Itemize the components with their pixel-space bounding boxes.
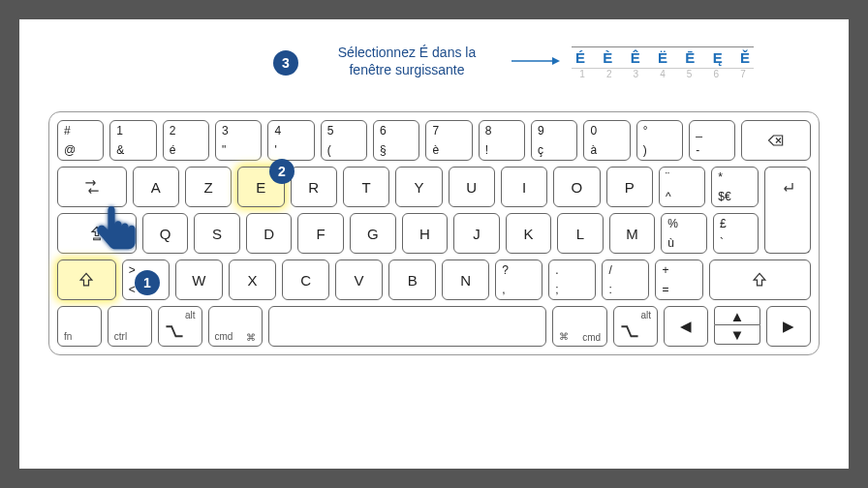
key-r[interactable]: R bbox=[291, 167, 337, 207]
key-num-0[interactable]: #@ bbox=[57, 120, 104, 161]
key-r4-sym-2[interactable]: /: bbox=[602, 259, 649, 300]
key-s[interactable]: S bbox=[194, 213, 240, 254]
popup-number: 1 bbox=[575, 69, 589, 79]
key-o[interactable]: O bbox=[553, 167, 600, 207]
key-num-7[interactable]: 7è bbox=[425, 120, 472, 161]
key-r2-sym-1[interactable]: *$€ bbox=[711, 167, 758, 207]
key-alt-right[interactable]: alt bbox=[613, 306, 658, 347]
hand-cursor-icon bbox=[91, 201, 145, 269]
key-n[interactable]: N bbox=[442, 259, 489, 300]
key-num-12[interactable]: _- bbox=[689, 120, 735, 161]
key-x[interactable]: X bbox=[229, 259, 276, 300]
key-t[interactable]: T bbox=[343, 167, 389, 207]
key-num-6[interactable]: 6§ bbox=[373, 120, 419, 161]
key-y[interactable]: Y bbox=[395, 167, 442, 207]
key-p[interactable]: P bbox=[606, 167, 653, 207]
key-i[interactable]: I bbox=[501, 167, 547, 207]
key-arrow-up[interactable]: ▲ bbox=[714, 306, 760, 325]
step-badge-1: 1 bbox=[135, 270, 160, 295]
accent-popup: ÉÈÊËĒĘĚ 1234567 bbox=[572, 46, 754, 79]
key-r3-sym-0[interactable]: %ù bbox=[661, 213, 707, 254]
key-arrow-left[interactable]: ◀ bbox=[664, 306, 708, 347]
popup-number: 5 bbox=[683, 69, 697, 79]
key-enter-bottom[interactable] bbox=[764, 206, 811, 254]
key-num-4[interactable]: 4' bbox=[267, 120, 314, 161]
key-cmd-left[interactable]: cmd⌘ bbox=[208, 306, 264, 347]
key-backspace[interactable] bbox=[741, 120, 811, 161]
step-badge-2: 2 bbox=[269, 159, 294, 184]
key-arrow-down[interactable]: ▼ bbox=[714, 325, 760, 345]
key-shift-right[interactable] bbox=[709, 259, 812, 300]
key-num-2[interactable]: 2é bbox=[163, 120, 209, 161]
key-num-1[interactable]: 1& bbox=[109, 120, 156, 161]
svg-marker-1 bbox=[552, 57, 560, 65]
key-r4-sym-0[interactable]: ?, bbox=[495, 259, 542, 300]
popup-letter[interactable]: Ē bbox=[685, 49, 695, 66]
instruction-bar: 3 Sélectionnez É dans la fenêtre surgiss… bbox=[19, 41, 849, 99]
keyboard: 1 2 #@1&2é3"4'5(6§7è8!9ç0à°)_- AZERTYUIO… bbox=[48, 111, 820, 355]
popup-letter[interactable]: Ę bbox=[713, 49, 723, 66]
key-fn[interactable]: fn bbox=[57, 306, 102, 347]
popup-number: 7 bbox=[736, 69, 750, 79]
key-r2-sym-0[interactable]: ¨^ bbox=[659, 167, 705, 207]
popup-letter[interactable]: È bbox=[603, 49, 612, 66]
key-q[interactable]: Q bbox=[142, 213, 189, 254]
key-r4-sym-1[interactable]: .; bbox=[548, 259, 596, 300]
key-num-11[interactable]: °) bbox=[636, 120, 683, 161]
key-r4-sym-3[interactable]: += bbox=[655, 259, 702, 300]
popup-number: 3 bbox=[629, 69, 642, 79]
key-alt-left[interactable]: alt bbox=[158, 306, 202, 347]
key-j[interactable]: J bbox=[453, 213, 500, 254]
key-g[interactable]: G bbox=[350, 213, 396, 254]
key-num-9[interactable]: 9ç bbox=[531, 120, 577, 161]
key-k[interactable]: K bbox=[506, 213, 552, 254]
key-d[interactable]: D bbox=[246, 213, 293, 254]
popup-number: 6 bbox=[709, 69, 723, 79]
key-h[interactable]: H bbox=[402, 213, 449, 254]
key-v[interactable]: V bbox=[335, 259, 383, 300]
popup-letter[interactable]: Ě bbox=[740, 49, 750, 66]
key-enter[interactable] bbox=[764, 167, 811, 207]
arrow-icon bbox=[512, 56, 560, 66]
key-f[interactable]: F bbox=[297, 213, 344, 254]
popup-number: 4 bbox=[656, 69, 669, 79]
key-l[interactable]: L bbox=[557, 213, 604, 254]
key-num-3[interactable]: 3" bbox=[215, 120, 262, 161]
key-ctrl[interactable]: ctrl bbox=[108, 306, 152, 347]
step-badge-3: 3 bbox=[273, 50, 298, 76]
popup-letter[interactable]: É bbox=[575, 49, 585, 66]
instruction-text: Sélectionnez É dans la fenêtre surgissan… bbox=[320, 45, 494, 78]
key-num-8[interactable]: 8! bbox=[479, 120, 525, 161]
key-c[interactable]: C bbox=[282, 259, 329, 300]
key-w[interactable]: W bbox=[175, 259, 223, 300]
key-b[interactable]: B bbox=[388, 259, 436, 300]
key-cmd-right[interactable]: cmd⌘ bbox=[552, 306, 607, 347]
key-r3-sym-1[interactable]: £` bbox=[713, 213, 760, 254]
key-u[interactable]: U bbox=[449, 167, 495, 207]
key-z[interactable]: Z bbox=[185, 167, 232, 207]
key-num-5[interactable]: 5( bbox=[321, 120, 367, 161]
popup-letter[interactable]: Ê bbox=[631, 49, 640, 66]
popup-letter[interactable]: Ë bbox=[658, 49, 667, 66]
key-space[interactable] bbox=[268, 306, 546, 347]
key-arrow-right[interactable]: ▶ bbox=[766, 306, 811, 347]
popup-number: 2 bbox=[603, 69, 616, 79]
key-m[interactable]: M bbox=[609, 213, 656, 254]
key-num-10[interactable]: 0à bbox=[583, 120, 630, 161]
